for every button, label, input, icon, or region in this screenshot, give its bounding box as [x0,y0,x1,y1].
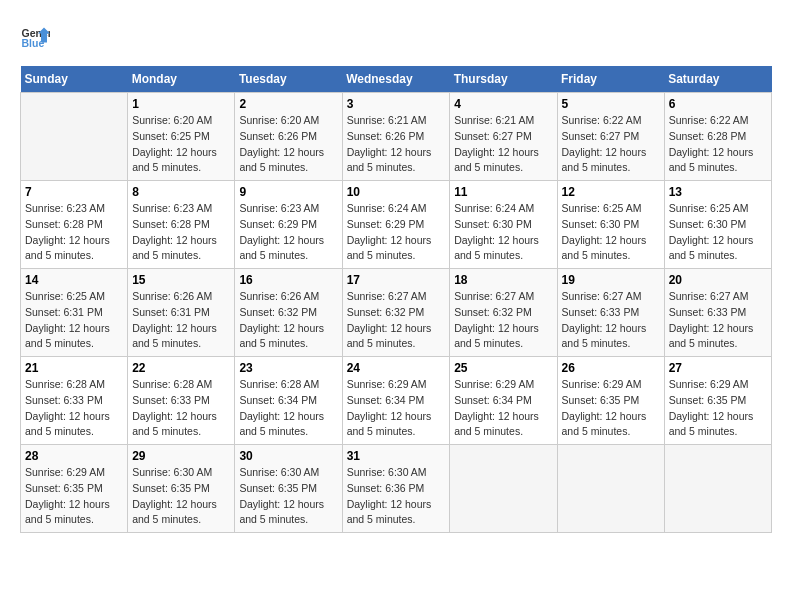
calendar-table: SundayMondayTuesdayWednesdayThursdayFrid… [20,66,772,533]
day-number: 1 [132,97,230,111]
calendar-cell: 12Sunrise: 6:25 AM Sunset: 6:30 PM Dayli… [557,181,664,269]
calendar-cell: 31Sunrise: 6:30 AM Sunset: 6:36 PM Dayli… [342,445,450,533]
week-row-3: 14Sunrise: 6:25 AM Sunset: 6:31 PM Dayli… [21,269,772,357]
calendar-cell: 6Sunrise: 6:22 AM Sunset: 6:28 PM Daylig… [664,93,771,181]
day-number: 9 [239,185,337,199]
day-header-friday: Friday [557,66,664,93]
calendar-cell: 1Sunrise: 6:20 AM Sunset: 6:25 PM Daylig… [128,93,235,181]
day-info: Sunrise: 6:25 AM Sunset: 6:30 PM Dayligh… [562,201,660,264]
week-row-4: 21Sunrise: 6:28 AM Sunset: 6:33 PM Dayli… [21,357,772,445]
day-number: 2 [239,97,337,111]
day-info: Sunrise: 6:20 AM Sunset: 6:25 PM Dayligh… [132,113,230,176]
day-number: 26 [562,361,660,375]
day-number: 19 [562,273,660,287]
day-info: Sunrise: 6:30 AM Sunset: 6:35 PM Dayligh… [132,465,230,528]
day-info: Sunrise: 6:28 AM Sunset: 6:33 PM Dayligh… [132,377,230,440]
week-row-5: 28Sunrise: 6:29 AM Sunset: 6:35 PM Dayli… [21,445,772,533]
day-info: Sunrise: 6:27 AM Sunset: 6:32 PM Dayligh… [454,289,552,352]
day-number: 21 [25,361,123,375]
day-info: Sunrise: 6:23 AM Sunset: 6:28 PM Dayligh… [132,201,230,264]
day-number: 27 [669,361,767,375]
calendar-cell: 2Sunrise: 6:20 AM Sunset: 6:26 PM Daylig… [235,93,342,181]
day-number: 22 [132,361,230,375]
calendar-cell: 16Sunrise: 6:26 AM Sunset: 6:32 PM Dayli… [235,269,342,357]
day-info: Sunrise: 6:27 AM Sunset: 6:33 PM Dayligh… [562,289,660,352]
logo: General Blue [20,20,50,50]
week-row-2: 7Sunrise: 6:23 AM Sunset: 6:28 PM Daylig… [21,181,772,269]
day-number: 16 [239,273,337,287]
day-number: 15 [132,273,230,287]
day-number: 29 [132,449,230,463]
day-number: 7 [25,185,123,199]
day-info: Sunrise: 6:25 AM Sunset: 6:30 PM Dayligh… [669,201,767,264]
day-info: Sunrise: 6:22 AM Sunset: 6:28 PM Dayligh… [669,113,767,176]
calendar-cell: 26Sunrise: 6:29 AM Sunset: 6:35 PM Dayli… [557,357,664,445]
day-number: 25 [454,361,552,375]
day-number: 24 [347,361,446,375]
day-info: Sunrise: 6:28 AM Sunset: 6:33 PM Dayligh… [25,377,123,440]
day-info: Sunrise: 6:29 AM Sunset: 6:35 PM Dayligh… [562,377,660,440]
day-number: 20 [669,273,767,287]
calendar-cell: 8Sunrise: 6:23 AM Sunset: 6:28 PM Daylig… [128,181,235,269]
calendar-cell: 20Sunrise: 6:27 AM Sunset: 6:33 PM Dayli… [664,269,771,357]
day-number: 13 [669,185,767,199]
week-row-1: 1Sunrise: 6:20 AM Sunset: 6:25 PM Daylig… [21,93,772,181]
day-info: Sunrise: 6:21 AM Sunset: 6:27 PM Dayligh… [454,113,552,176]
day-info: Sunrise: 6:26 AM Sunset: 6:31 PM Dayligh… [132,289,230,352]
day-number: 17 [347,273,446,287]
day-info: Sunrise: 6:29 AM Sunset: 6:35 PM Dayligh… [25,465,123,528]
day-number: 10 [347,185,446,199]
calendar-body: 1Sunrise: 6:20 AM Sunset: 6:25 PM Daylig… [21,93,772,533]
calendar-cell [557,445,664,533]
day-info: Sunrise: 6:21 AM Sunset: 6:26 PM Dayligh… [347,113,446,176]
day-number: 14 [25,273,123,287]
calendar-cell: 17Sunrise: 6:27 AM Sunset: 6:32 PM Dayli… [342,269,450,357]
calendar-cell: 3Sunrise: 6:21 AM Sunset: 6:26 PM Daylig… [342,93,450,181]
calendar-cell: 27Sunrise: 6:29 AM Sunset: 6:35 PM Dayli… [664,357,771,445]
day-number: 4 [454,97,552,111]
calendar-cell [21,93,128,181]
calendar-cell: 11Sunrise: 6:24 AM Sunset: 6:30 PM Dayli… [450,181,557,269]
calendar-cell: 14Sunrise: 6:25 AM Sunset: 6:31 PM Dayli… [21,269,128,357]
day-info: Sunrise: 6:24 AM Sunset: 6:29 PM Dayligh… [347,201,446,264]
day-number: 31 [347,449,446,463]
calendar-cell: 19Sunrise: 6:27 AM Sunset: 6:33 PM Dayli… [557,269,664,357]
day-info: Sunrise: 6:20 AM Sunset: 6:26 PM Dayligh… [239,113,337,176]
day-number: 8 [132,185,230,199]
day-info: Sunrise: 6:24 AM Sunset: 6:30 PM Dayligh… [454,201,552,264]
day-header-sunday: Sunday [21,66,128,93]
day-info: Sunrise: 6:23 AM Sunset: 6:28 PM Dayligh… [25,201,123,264]
calendar-cell: 25Sunrise: 6:29 AM Sunset: 6:34 PM Dayli… [450,357,557,445]
calendar-cell: 7Sunrise: 6:23 AM Sunset: 6:28 PM Daylig… [21,181,128,269]
calendar-cell: 23Sunrise: 6:28 AM Sunset: 6:34 PM Dayli… [235,357,342,445]
calendar-cell: 30Sunrise: 6:30 AM Sunset: 6:35 PM Dayli… [235,445,342,533]
calendar-cell [664,445,771,533]
day-info: Sunrise: 6:23 AM Sunset: 6:29 PM Dayligh… [239,201,337,264]
day-number: 18 [454,273,552,287]
page-header: General Blue [20,20,772,50]
calendar-cell: 10Sunrise: 6:24 AM Sunset: 6:29 PM Dayli… [342,181,450,269]
calendar-cell: 29Sunrise: 6:30 AM Sunset: 6:35 PM Dayli… [128,445,235,533]
day-info: Sunrise: 6:30 AM Sunset: 6:35 PM Dayligh… [239,465,337,528]
calendar-header-row: SundayMondayTuesdayWednesdayThursdayFrid… [21,66,772,93]
day-number: 5 [562,97,660,111]
calendar-cell: 18Sunrise: 6:27 AM Sunset: 6:32 PM Dayli… [450,269,557,357]
day-info: Sunrise: 6:29 AM Sunset: 6:34 PM Dayligh… [454,377,552,440]
calendar-cell: 5Sunrise: 6:22 AM Sunset: 6:27 PM Daylig… [557,93,664,181]
calendar-cell: 13Sunrise: 6:25 AM Sunset: 6:30 PM Dayli… [664,181,771,269]
svg-text:Blue: Blue [22,37,45,49]
calendar-cell: 28Sunrise: 6:29 AM Sunset: 6:35 PM Dayli… [21,445,128,533]
day-info: Sunrise: 6:22 AM Sunset: 6:27 PM Dayligh… [562,113,660,176]
calendar-cell: 22Sunrise: 6:28 AM Sunset: 6:33 PM Dayli… [128,357,235,445]
day-number: 28 [25,449,123,463]
day-number: 12 [562,185,660,199]
day-info: Sunrise: 6:29 AM Sunset: 6:34 PM Dayligh… [347,377,446,440]
day-number: 23 [239,361,337,375]
calendar-cell: 21Sunrise: 6:28 AM Sunset: 6:33 PM Dayli… [21,357,128,445]
day-header-saturday: Saturday [664,66,771,93]
day-info: Sunrise: 6:30 AM Sunset: 6:36 PM Dayligh… [347,465,446,528]
calendar-cell [450,445,557,533]
day-header-tuesday: Tuesday [235,66,342,93]
day-number: 3 [347,97,446,111]
day-header-monday: Monday [128,66,235,93]
